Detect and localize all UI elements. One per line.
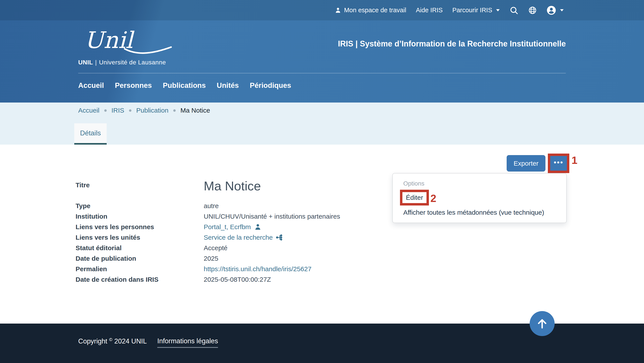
breadcrumb-separator-icon [173, 109, 176, 112]
field-label-date-publication: Date de publication [76, 253, 204, 264]
language-button[interactable] [528, 6, 537, 15]
workspace-label: Mon espace de travail [344, 6, 406, 14]
copyright-text: Copyright © 2024 UNIL [78, 337, 147, 345]
menu-item-edit[interactable]: Éditer [402, 192, 426, 203]
browse-label: Parcourir IRIS [452, 6, 492, 14]
unil-script-logo: Unil [78, 26, 172, 57]
breadcrumb-iris[interactable]: IRIS [112, 106, 124, 114]
field-value-date-publication: 2025 [204, 253, 340, 264]
field-label-type: Type [76, 201, 204, 211]
breadcrumb-separator-icon [129, 109, 132, 112]
field-label-statut: Statut éditorial [76, 243, 204, 253]
annotation-box-1: ••• [548, 154, 569, 173]
topbar: Mon espace de travail Aide IRIS Parcouri… [0, 0, 644, 20]
nav-periodiques[interactable]: Périodiques [250, 81, 291, 90]
field-value-type: autre [204, 201, 340, 211]
org-unit-link-label: Service de la recherche [204, 232, 273, 243]
annotation-label-2: 2 [430, 192, 436, 204]
scroll-to-top-button[interactable] [530, 311, 555, 336]
nav-unites[interactable]: Unités [217, 81, 239, 90]
site-title: IRIS | Système d’Information de la Reche… [338, 39, 566, 48]
chevron-down-icon [496, 9, 500, 12]
field-value-institution: UNIL/CHUV/Unisanté + institutions parten… [204, 211, 340, 222]
page-title: Ma Notice [204, 179, 340, 193]
chevron-down-icon [560, 9, 564, 12]
menu-item-metadata[interactable]: Afficher toutes les métadonnées (vue tec… [403, 208, 544, 216]
annotation-label-1: 1 [572, 154, 578, 166]
account-circle-icon [546, 6, 556, 15]
site-header: Unil UNIL|Université de Lausanne IRIS | … [0, 20, 644, 102]
search-icon [509, 6, 518, 15]
person-icon [254, 223, 262, 231]
site-footer: Copyright © 2024 UNIL Informations légal… [0, 324, 644, 363]
permalink-link[interactable]: https://tstiris.unil.ch/handle/iris/2562… [204, 264, 312, 274]
unil-wordmark: UNIL|Université de Lausanne [78, 59, 172, 66]
field-label-permalien: Permalien [76, 264, 204, 274]
nav-personnes[interactable]: Personnes [115, 81, 152, 90]
field-value-statut: Accepté [204, 243, 340, 253]
field-label-date-creation: Date de création dans IRIS [76, 274, 204, 285]
breadcrumb-separator-icon [104, 109, 107, 112]
annotation-box-2: Éditer [400, 190, 429, 206]
account-menu[interactable] [546, 6, 564, 15]
legal-info-link[interactable]: Informations légales [157, 337, 218, 348]
breadcrumb-publication[interactable]: Publication [136, 106, 168, 114]
org-unit-link[interactable]: Service de la recherche [204, 232, 283, 243]
org-unit-icon [276, 234, 283, 241]
nav-accueil[interactable]: Accueil [78, 81, 104, 90]
browse-menu[interactable]: Parcourir IRIS [452, 6, 500, 14]
tab-details[interactable]: Détails [74, 123, 107, 144]
breadcrumb-current: Ma Notice [180, 106, 210, 114]
breadcrumb-accueil[interactable]: Accueil [78, 106, 100, 114]
record-details: Titre Ma Notice Type autre Institution U… [76, 181, 340, 285]
options-dropdown: Options Éditer 2 Afficher toutes les mét… [392, 173, 567, 223]
dropdown-header: Options [403, 180, 424, 187]
main-nav: Accueil Personnes Publications Unités Pé… [78, 81, 291, 90]
page: Mon espace de travail Aide IRIS Parcouri… [0, 0, 644, 363]
help-label: Aide IRIS [416, 6, 443, 14]
header-divider [78, 73, 566, 74]
workspace-link[interactable]: Mon espace de travail [334, 6, 406, 14]
breadcrumb: Accueil IRIS Publication Ma Notice [78, 106, 210, 114]
arrow-up-icon [536, 317, 548, 330]
field-label-liens-unites: Liens vers les unités [76, 232, 204, 243]
help-link[interactable]: Aide IRIS [416, 6, 443, 14]
export-button[interactable]: Exporter [507, 155, 546, 172]
field-label-liens-personnes: Liens vers les personnes [76, 222, 204, 232]
hero: Mon espace de travail Aide IRIS Parcouri… [0, 0, 644, 102]
breadcrumb-band: Accueil IRIS Publication Ma Notice Détai… [0, 102, 644, 144]
field-value-date-creation: 2025-05-08T00:00:27Z [204, 274, 340, 285]
person-link[interactable]: Portal_t, Ecrfbm [204, 222, 262, 232]
user-icon [334, 7, 342, 14]
nav-publications[interactable]: Publications [163, 81, 206, 90]
main-content: Exporter ••• 1 Options Éditer 2 Afficher… [0, 144, 644, 324]
copyright-symbol: © [109, 337, 112, 342]
unil-logo[interactable]: Unil UNIL|Université de Lausanne [78, 26, 172, 66]
field-label-institution: Institution [76, 211, 204, 222]
globe-icon [528, 6, 537, 15]
search-button[interactable] [509, 6, 518, 15]
field-label-titre: Titre [76, 181, 204, 201]
person-link-label: Portal_t, Ecrfbm [204, 222, 251, 232]
more-options-button[interactable]: ••• [550, 156, 567, 171]
